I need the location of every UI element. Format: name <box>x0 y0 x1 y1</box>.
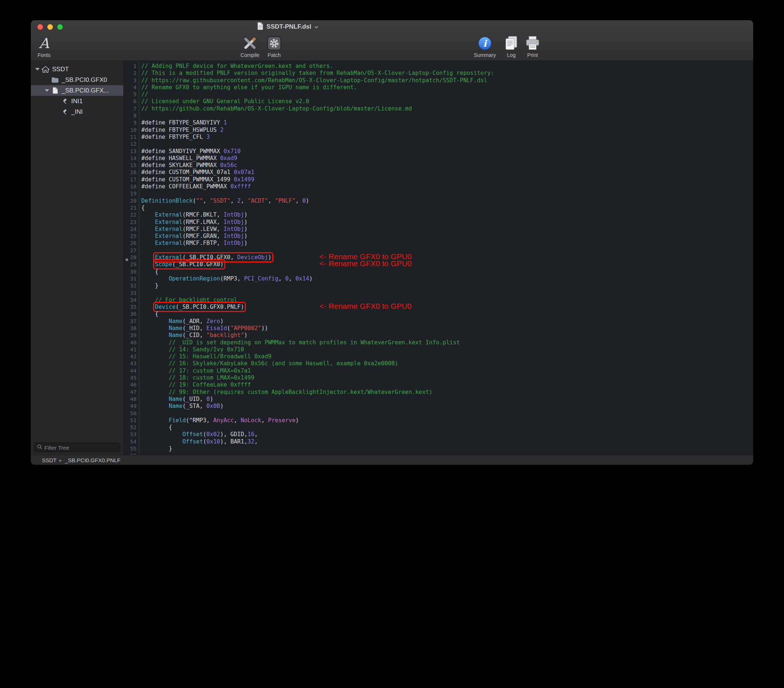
zoom-button[interactable] <box>57 24 63 30</box>
code-line[interactable]: 5// <box>124 91 753 98</box>
code-line[interactable]: 54 Offset(0x10), BAR1,32, <box>124 438 753 445</box>
sidebar-item-sb-pci0-gfx[interactable]: _SB.PCI0.GFX... <box>31 85 124 96</box>
disclosure-triangle-icon[interactable] <box>43 89 51 92</box>
code-text: // Adding PNLF device for WhateverGreen.… <box>137 63 333 70</box>
code-line[interactable]: 24 External(RMCF.LEVW, IntObj) <box>124 226 753 233</box>
code-line[interactable]: 27 <box>124 247 753 254</box>
status-crumb[interactable]: SSDT <box>42 457 56 463</box>
folder-icon <box>51 77 59 83</box>
fonts-label: Fonts <box>38 52 50 58</box>
sidebar: SSDT_SB.PCI0.GFX0_SB.PCI0.GFX...INI1_INI <box>31 61 124 455</box>
minimize-button[interactable] <box>47 24 53 30</box>
code-line[interactable]: 17#define CUSTOM_PWMMAX_1499 0x1499 <box>124 176 753 183</box>
code-line[interactable]: 12 <box>124 140 753 148</box>
print-button[interactable]: Print <box>524 35 542 58</box>
code-line[interactable]: 25 External(RMCF.GRAN, IntObj) <box>124 233 753 240</box>
code-line[interactable]: 9#define FBTYPE_SANDYIVY 1 <box>124 119 753 126</box>
log-button[interactable]: Log <box>503 35 520 58</box>
code-line[interactable]: 30 { <box>124 268 753 276</box>
code-line[interactable]: 29 Scope(_SB.PCI0.GFX0)<- Rename GFX0 to… <box>124 261 753 268</box>
code-line[interactable]: 10#define FBTYPE_HSWPLUS 2 <box>124 127 753 134</box>
code-line[interactable]: 53 Offset(0x02), GDID,16, <box>124 431 753 438</box>
code-line[interactable]: 23 External(RMCF.LMAX, IntObj) <box>124 219 753 226</box>
code-text: External(RMCF.LEVW, IntObj) <box>137 226 247 233</box>
line-number: 32 <box>124 282 137 289</box>
code-line[interactable]: 33 <box>124 290 753 297</box>
code-line[interactable]: 45 // 18: custom LMAX=0x1499 <box>124 375 753 381</box>
fonts-button[interactable]: A Fonts <box>34 35 54 58</box>
compile-label: Compile <box>240 52 259 58</box>
code-line[interactable]: 46 // 19: CoffeeLake 0xffff <box>124 381 753 388</box>
code-text: #define CUSTOM_PWMMAX_1499 0x1499 <box>137 176 254 183</box>
code-line[interactable]: 43 // 16: Skylake/KabyLake 0x56c (and so… <box>124 360 753 367</box>
sidebar-item-ini[interactable]: _INI <box>31 106 124 117</box>
code-line[interactable]: 37 Name(_ADR, Zero) <box>124 318 753 325</box>
code-text: Field(^RMP3, AnyAcc, NoLock, Preserve) <box>137 417 299 424</box>
code-line[interactable]: 8 <box>124 112 753 119</box>
code-line[interactable]: 13#define SANDYIVY_PWMMAX 0x710 <box>124 148 753 155</box>
code-line[interactable]: 44 // 17: custom LMAX=0x7a1 <box>124 368 753 375</box>
code-line[interactable]: 55 } <box>124 445 753 452</box>
code-text: Name(_ADR, Zero) <box>137 318 224 325</box>
code-line[interactable]: 21{ <box>124 205 753 211</box>
code-line[interactable]: 51 Field(^RMP3, AnyAcc, NoLock, Preserve… <box>124 417 753 424</box>
filter-tree-field[interactable] <box>34 443 120 452</box>
code-line[interactable]: 32 } <box>124 282 753 289</box>
code-text: Offset(0x02), GDID,16, <box>137 431 258 438</box>
code-line[interactable]: 4// Rename GFX0 to anything else if your… <box>124 84 753 91</box>
status-crumb[interactable]: _SB.PCI0.GFX0.PNLF <box>65 457 121 463</box>
breadcrumb-separator-icon: ▸ <box>59 457 62 463</box>
code-line[interactable]: 7// https://github.com/RehabMan/OS-X-Clo… <box>124 106 753 112</box>
filter-tree-input[interactable] <box>44 445 117 451</box>
sidebar-item-ssdt[interactable]: SSDT <box>31 64 124 74</box>
code-line[interactable]: 16#define CUSTOM_PWMMAX_07a1 0x07a1 <box>124 169 753 176</box>
window-title-group[interactable]: SSDT-PNLF.dsl <box>257 20 319 33</box>
line-number: 19 <box>124 190 137 197</box>
code-line[interactable]: 1// Adding PNLF device for WhateverGreen… <box>124 63 753 70</box>
code-line[interactable]: 18#define COFFEELAKE_PWMMAX 0xffff <box>124 183 753 190</box>
code-line[interactable]: 11#define FBTYPE_CFL 3 <box>124 134 753 140</box>
code-text: // 18: custom LMAX=0x1499 <box>137 375 254 381</box>
code-line[interactable]: 41 // 14: Sandy/Ivy 0x710 <box>124 346 753 353</box>
sidebar-item-ini1[interactable]: INI1 <box>31 96 124 106</box>
code-line[interactable]: 52 { <box>124 424 753 431</box>
code-line[interactable]: 42 // 15: Haswell/Broadwell 0xad9 <box>124 353 753 360</box>
code-line[interactable]: 35 Device(_SB.PCI0.GFX0.PNLF)<- Rename G… <box>124 304 753 310</box>
code-text: // 15: Haswell/Broadwell 0xad9 <box>137 353 272 360</box>
code-text: // Licensed under GNU General Public Lic… <box>137 98 309 105</box>
sidebar-item-sb-pci0-gfx0[interactable]: _SB.PCI0.GFX0 <box>31 74 124 85</box>
code-line[interactable]: 22 External(RMCF.BKLT, IntObj) <box>124 211 753 218</box>
code-line[interactable]: 6// Licensed under GNU General Public Li… <box>124 98 753 105</box>
line-number: 33 <box>124 290 137 297</box>
code-line[interactable]: 15#define SKYLAKE_PWMMAX 0x56c <box>124 162 753 169</box>
code-line[interactable]: 50 <box>124 410 753 417</box>
code-line[interactable]: 14#define HASWELL_PWMMAX 0xad9 <box>124 155 753 162</box>
code-line[interactable]: 34 // For backlight control <box>124 297 753 304</box>
code-editor[interactable]: 1// Adding PNLF device for WhateverGreen… <box>124 61 753 455</box>
code-line[interactable]: 3// https://raw.githubusercontent.com/Re… <box>124 77 753 84</box>
code-line[interactable]: 2// This is a modified PNLF version orig… <box>124 70 753 77</box>
code-text: // This is a modified PNLF version origi… <box>137 70 494 77</box>
code-line[interactable]: 38 Name(_HID, EisaId("APP0002")) <box>124 325 753 332</box>
code-line[interactable]: 20DefinitionBlock("", "SSDT", 2, "ACDT",… <box>124 198 753 205</box>
code-line[interactable]: 47 // 99: Other (requires custom AppleBa… <box>124 389 753 396</box>
line-number: 37 <box>124 318 137 325</box>
code-line[interactable]: 56 <box>124 452 753 455</box>
code-line[interactable]: 31 OperationRegion(RMP3, PCI_Config, 0, … <box>124 276 753 282</box>
code-line[interactable]: 26 External(RMCF.FBTP, IntObj) <box>124 240 753 247</box>
patch-button[interactable]: Patch <box>261 35 287 58</box>
code-line[interactable]: 48 Name(_UID, 0) <box>124 396 753 403</box>
chevron-down-icon[interactable] <box>314 23 319 30</box>
summary-button[interactable]: i Summary <box>468 35 501 58</box>
code-line[interactable]: 19 <box>124 190 753 197</box>
code-line[interactable]: 49 Name(_STA, 0x0B) <box>124 403 753 410</box>
titlebar[interactable]: SSDT-PNLF.dsl <box>31 20 753 33</box>
disclosure-triangle-icon[interactable] <box>34 68 41 71</box>
code-text: #define CUSTOM_PWMMAX_07a1 0x07a1 <box>137 169 254 176</box>
code-line[interactable]: 39 Name(_CID, "backlight") <box>124 332 753 339</box>
line-number: 55 <box>124 445 137 452</box>
code-line[interactable]: 36 { <box>124 310 753 318</box>
code-line[interactable]: 40 // _UID is set depending on PWMMax to… <box>124 339 753 346</box>
code-line[interactable]: 28 External(_SB.PCI0.GFX0, DeviceObj)<- … <box>124 254 753 261</box>
close-button[interactable] <box>38 24 43 30</box>
